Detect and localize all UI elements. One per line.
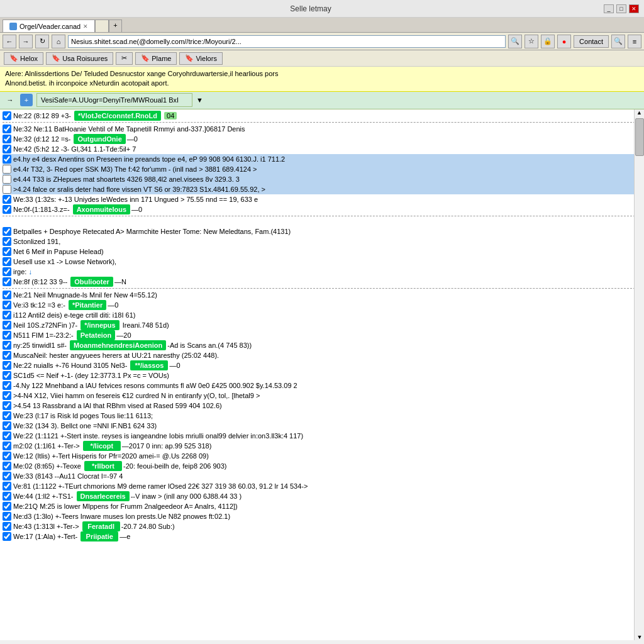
tab-bar: Orgel/Veader.canad ✕ + bbox=[0, 18, 644, 33]
row-checkbox[interactable] bbox=[3, 321, 11, 330]
row-checkbox[interactable] bbox=[3, 411, 11, 420]
scrollbar[interactable]: ▲▼ bbox=[634, 109, 644, 640]
row-checkbox[interactable] bbox=[3, 247, 11, 256]
row-text: Me:02 (8:t65) +-Teoxe *rllbort-20: feoui… bbox=[13, 461, 227, 471]
extension-icon[interactable]: ● bbox=[557, 35, 571, 48]
list-item: Ne:22 (8:12 89 +3- *VlotJeC/conntef.RnoL… bbox=[3, 111, 641, 121]
row-checkbox[interactable] bbox=[3, 401, 11, 410]
row-checkbox[interactable] bbox=[3, 145, 11, 153]
title-bar-controls[interactable]: _ □ ✕ bbox=[604, 4, 639, 13]
row-checkbox[interactable] bbox=[3, 175, 11, 184]
scrollbar-down[interactable]: ▼ bbox=[635, 634, 644, 640]
menu-button[interactable]: ≡ bbox=[628, 35, 641, 48]
row-checkbox[interactable] bbox=[3, 512, 11, 521]
row-checkbox[interactable] bbox=[3, 391, 11, 400]
row-checkbox[interactable] bbox=[3, 311, 11, 319]
row-checkbox[interactable] bbox=[3, 205, 11, 214]
row-text: irge: ↓ bbox=[13, 267, 32, 277]
plus-icon[interactable]: + bbox=[20, 94, 33, 106]
bookmark-helox[interactable]: 🔖 Helox bbox=[4, 52, 43, 65]
bookmark-plame[interactable]: 🔖 Plame bbox=[135, 52, 177, 65]
bookmark-scissors[interactable]: ✂ bbox=[116, 52, 133, 65]
row-checkbox[interactable] bbox=[3, 227, 11, 236]
green-badge: *Pitantier bbox=[69, 300, 106, 310]
tab-close-icon[interactable]: ✕ bbox=[83, 23, 88, 30]
toolbar-select[interactable]: VesiSafe=A.UUogr=DenyiTre/MWRoual1 BxI bbox=[36, 93, 192, 107]
tab-1[interactable]: Orgel/Veader.canad ✕ bbox=[3, 19, 95, 32]
bookmark-usa[interactable]: 🔖 Usa Roisuures bbox=[46, 52, 113, 65]
row-checkbox[interactable] bbox=[3, 472, 11, 480]
row-checkbox[interactable] bbox=[3, 125, 11, 133]
alert-line-2: Alnond.betist. ih irconpoice xNeturdin a… bbox=[5, 79, 639, 88]
list-item: Ne:21 Neil Mnugnade-ls Mnil fer New 4=55… bbox=[3, 290, 641, 300]
row-checkbox[interactable] bbox=[3, 441, 11, 450]
row-checkbox[interactable] bbox=[3, 532, 11, 541]
row-checkbox[interactable] bbox=[3, 237, 11, 246]
row-checkbox[interactable] bbox=[3, 155, 11, 164]
row-checkbox[interactable] bbox=[3, 361, 11, 370]
list-item: Ve:i3 tk:12 =3 e:- *Pitantier—0 bbox=[3, 300, 641, 310]
row-checkbox[interactable] bbox=[3, 185, 11, 194]
bookmark-helox-label: Helox bbox=[20, 55, 38, 62]
star-icon[interactable]: ☆ bbox=[525, 35, 538, 48]
minimize-button[interactable]: _ bbox=[604, 4, 614, 13]
row-checkbox[interactable] bbox=[3, 135, 11, 143]
row-checkbox[interactable] bbox=[3, 257, 11, 266]
title-bar: Selle letmay _ □ ✕ bbox=[0, 0, 644, 18]
row-text: We:33 (1:32s: +-13 Uniydes leWedes inn 1… bbox=[13, 194, 258, 204]
home-button[interactable]: ⌂ bbox=[52, 35, 65, 48]
row-checkbox[interactable] bbox=[3, 111, 11, 120]
row-checkbox[interactable] bbox=[3, 331, 11, 340]
row-checkbox[interactable] bbox=[3, 165, 11, 174]
row-checkbox[interactable] bbox=[3, 371, 11, 380]
refresh-button[interactable]: ↻ bbox=[35, 35, 49, 48]
bookmark-vielors-label: Vielors bbox=[196, 55, 216, 62]
row-text: Ve:i3 tk:12 =3 e:- *Pitantier—0 bbox=[13, 300, 118, 310]
address-bar: ← → ↻ ⌂ 🔍 ☆ 🔒 ● Contact 🔍 ≡ bbox=[0, 33, 644, 50]
contact-button[interactable]: Contact bbox=[574, 35, 609, 48]
row-checkbox[interactable] bbox=[3, 381, 11, 390]
row-checkbox[interactable] bbox=[3, 351, 11, 360]
scrollbar-thumb[interactable] bbox=[635, 118, 644, 156]
close-button[interactable]: ✕ bbox=[629, 4, 639, 13]
row-checkbox[interactable] bbox=[3, 195, 11, 204]
row-text: Ne:42 (5:h2 12 -3- Gl,341 1.1-Tde:5il+ 7 bbox=[13, 144, 136, 154]
row-checkbox[interactable] bbox=[3, 301, 11, 309]
row-checkbox[interactable] bbox=[3, 291, 11, 299]
row-checkbox[interactable] bbox=[3, 267, 11, 276]
row-checkbox[interactable] bbox=[3, 341, 11, 350]
row-text: Ne:0f-(1:181-3.z=- AxonmuiteIous—0 bbox=[13, 204, 142, 214]
forward-button[interactable]: → bbox=[19, 35, 33, 48]
search-icon[interactable]: 🔍 bbox=[508, 35, 522, 48]
row-text: SC1d5 <= Neif +-1- (dey 12:3773.1 Px =c … bbox=[13, 370, 169, 380]
maximize-button[interactable]: □ bbox=[616, 4, 626, 13]
row-text: ny:25 tinwidl1 s#- MoanmehnendresiAoenio… bbox=[13, 340, 252, 350]
row-checkbox[interactable] bbox=[3, 421, 11, 430]
back-button[interactable]: ← bbox=[3, 35, 16, 48]
list-item: ny:25 tinwidl1 s#- MoanmehnendresiAoenio… bbox=[3, 340, 641, 350]
bookmark-helox-icon: 🔖 bbox=[9, 54, 18, 62]
row-checkbox[interactable] bbox=[3, 462, 11, 470]
new-tab-button[interactable]: + bbox=[109, 19, 121, 32]
row-checkbox[interactable] bbox=[3, 277, 11, 286]
list-item: Sctonlized 191, bbox=[3, 236, 641, 247]
list-item: We:33 (8143 --Au11 Clocrat I=-97 4 bbox=[3, 471, 641, 481]
scrollbar-up[interactable]: ▲ bbox=[635, 109, 644, 116]
tab-2[interactable] bbox=[95, 19, 109, 32]
bookmark-vielors[interactable]: 🔖 Vielors bbox=[179, 52, 222, 65]
row-checkbox[interactable] bbox=[3, 482, 11, 491]
row-text: Sctonlized 191, bbox=[13, 236, 60, 247]
row-checkbox[interactable] bbox=[3, 431, 11, 440]
row-checkbox[interactable] bbox=[3, 502, 11, 511]
search-field-icon[interactable]: 🔍 bbox=[611, 35, 625, 48]
row-checkbox[interactable] bbox=[3, 452, 11, 460]
badge-num: 04 bbox=[164, 112, 177, 119]
row-checkbox[interactable] bbox=[3, 522, 11, 531]
address-input[interactable] bbox=[68, 35, 506, 48]
row-checkbox[interactable] bbox=[3, 492, 11, 501]
list-item: We:22 (1:1121 +-Stert inste. reyses is i… bbox=[3, 431, 641, 441]
row-text: MuscaNeil: hester angyuees herers at UU:… bbox=[13, 350, 219, 360]
list-item: Ve:81 (1:1122 +-TEurt chmorions M9 deme … bbox=[3, 481, 641, 491]
list-item: Ne:8f (8:12 33 9-- Obuliooter—N bbox=[3, 277, 641, 287]
arrow-icon[interactable]: → bbox=[4, 94, 16, 106]
